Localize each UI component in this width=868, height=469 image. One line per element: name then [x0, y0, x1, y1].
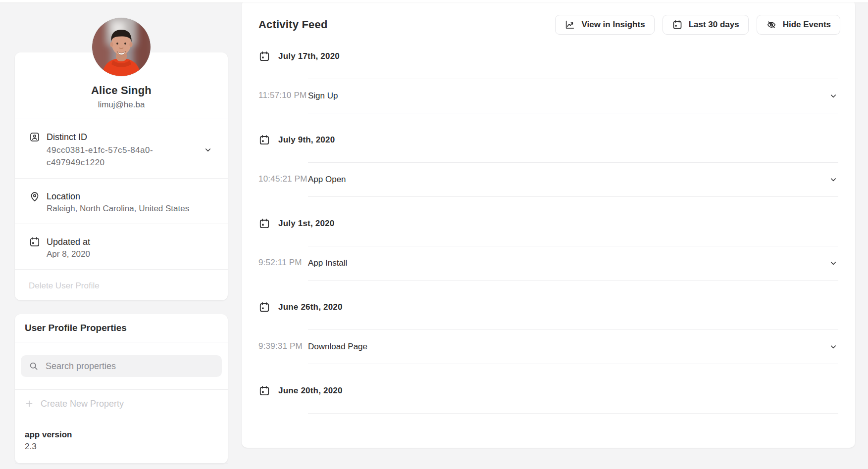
event-expander[interactable]: Download Page	[308, 329, 838, 364]
feed-date-group: June 26th, 2020 9:39:31 PM Download Page	[242, 281, 855, 364]
search-box[interactable]	[21, 355, 222, 377]
properties-title: User Profile Properties	[15, 314, 228, 342]
feed-date-label: July 17th, 2020	[278, 51, 340, 62]
event-time: 9:52:11 PM	[258, 246, 308, 281]
feed-date-label: June 26th, 2020	[278, 302, 343, 313]
property-item[interactable]: app version 2.3	[15, 416, 228, 464]
event-name: Download Page	[308, 342, 367, 352]
last-30-days-label: Last 30 days	[689, 20, 739, 30]
user-profile-card: Alice Singh limuj@he.ba Distinct ID 49cc…	[15, 52, 228, 300]
distinct-id-row: Distinct ID 49cc0381-e1fc-57c5-84a0-c497…	[15, 119, 228, 178]
calendar-icon	[258, 218, 270, 230]
event-time: 11:57:10 PM	[258, 79, 308, 113]
user-name: Alice Singh	[29, 84, 214, 97]
profile-sidebar: Alice Singh limuj@he.ba Distinct ID 49cc…	[15, 0, 228, 464]
create-new-property-button[interactable]: Create New Property	[15, 390, 228, 416]
view-in-insights-button[interactable]: View in Insights	[555, 15, 654, 35]
calendar-icon	[258, 301, 270, 313]
feed-date-header: July 1st, 2020	[242, 197, 855, 246]
calendar-icon	[258, 385, 270, 397]
feed-date-label: July 1st, 2020	[278, 218, 334, 229]
event-name: App Install	[308, 258, 347, 268]
chevron-down-icon[interactable]	[828, 341, 838, 353]
hide-events-label: Hide Events	[783, 20, 831, 30]
feed-date-group: July 9th, 2020 10:45:21 PM App Open	[242, 113, 855, 197]
event-row: 11:57:10 PM Sign Up	[242, 79, 855, 113]
location-pin-icon	[29, 190, 41, 202]
chevron-down-icon[interactable]	[202, 144, 214, 156]
feed-date-group: July 1st, 2020 9:52:11 PM App Install	[242, 197, 855, 281]
updated-at-value: Apr 8, 2020	[47, 249, 214, 260]
updated-at-row: Updated at Apr 8, 2020	[15, 224, 228, 269]
activity-feed-card: Activity Feed View in Insights	[242, 0, 855, 448]
chevron-down-icon[interactable]	[828, 257, 838, 269]
event-row: 9:52:11 PM App Install	[242, 246, 855, 281]
feed-date-group: July 17th, 2020 11:57:10 PM Sign Up	[242, 35, 855, 113]
search-properties-input[interactable]	[46, 361, 214, 372]
event-time: 10:45:21 PM	[258, 162, 308, 197]
delete-user-profile-button[interactable]: Delete User Profile	[29, 280, 100, 292]
feed-date-group: June 20th, 2020	[242, 364, 855, 448]
event-name: Sign Up	[308, 91, 338, 101]
location-label: Location	[47, 190, 214, 202]
hide-events-button[interactable]: Hide Events	[757, 15, 840, 35]
chevron-down-icon[interactable]	[828, 90, 838, 102]
feed-date-header: June 20th, 2020	[242, 364, 855, 413]
view-in-insights-label: View in Insights	[581, 20, 645, 30]
activity-feed-title: Activity Feed	[258, 18, 328, 31]
property-value: 2.3	[25, 441, 218, 452]
event-row: 10:45:21 PM App Open	[242, 162, 855, 197]
event-row: 9:39:31 PM Download Page	[242, 329, 855, 364]
distinct-id-value: 49cc0381-e1fc-57c5-84a0-c497949c1220	[47, 144, 202, 169]
feed-date-header: July 9th, 2020	[242, 113, 855, 162]
plus-icon	[25, 399, 34, 408]
distinct-id-label: Distinct ID	[47, 131, 202, 143]
event-expander[interactable]: App Open	[308, 162, 838, 197]
divider	[308, 413, 838, 448]
property-name: app version	[25, 429, 218, 441]
create-new-property-label: Create New Property	[41, 398, 124, 410]
chevron-down-icon[interactable]	[828, 174, 838, 186]
calendar-icon	[29, 236, 41, 248]
user-profile-properties-card: User Profile Properties Create New Prope…	[15, 314, 228, 464]
location-value: Raleigh, North Carolina, United States	[47, 203, 214, 214]
event-expander[interactable]: Sign Up	[308, 79, 838, 113]
feed-date-header: July 17th, 2020	[242, 35, 855, 79]
avatar	[92, 18, 151, 76]
event-expander[interactable]: App Install	[308, 246, 838, 281]
last-30-days-button[interactable]: Last 30 days	[663, 15, 749, 35]
eye-off-icon	[766, 19, 777, 30]
calendar-icon	[672, 19, 683, 30]
location-row: Location Raleigh, North Carolina, United…	[15, 179, 228, 224]
event-row	[242, 413, 855, 448]
event-name: App Open	[308, 175, 346, 185]
activity-feed-list: July 17th, 2020 11:57:10 PM Sign Up July…	[242, 35, 855, 448]
insights-chart-icon	[564, 19, 575, 30]
search-icon	[29, 361, 39, 371]
id-card-icon	[29, 131, 41, 143]
event-time: 9:39:31 PM	[258, 329, 308, 364]
user-email: limuj@he.ba	[29, 100, 214, 110]
updated-at-label: Updated at	[47, 236, 214, 248]
feed-date-label: June 20th, 2020	[278, 385, 343, 396]
event-time	[258, 413, 308, 448]
calendar-icon	[258, 50, 270, 62]
feed-date-header: June 26th, 2020	[242, 281, 855, 329]
calendar-icon	[258, 134, 270, 146]
feed-date-label: July 9th, 2020	[278, 135, 335, 145]
property-list: app version 2.3	[15, 416, 228, 464]
